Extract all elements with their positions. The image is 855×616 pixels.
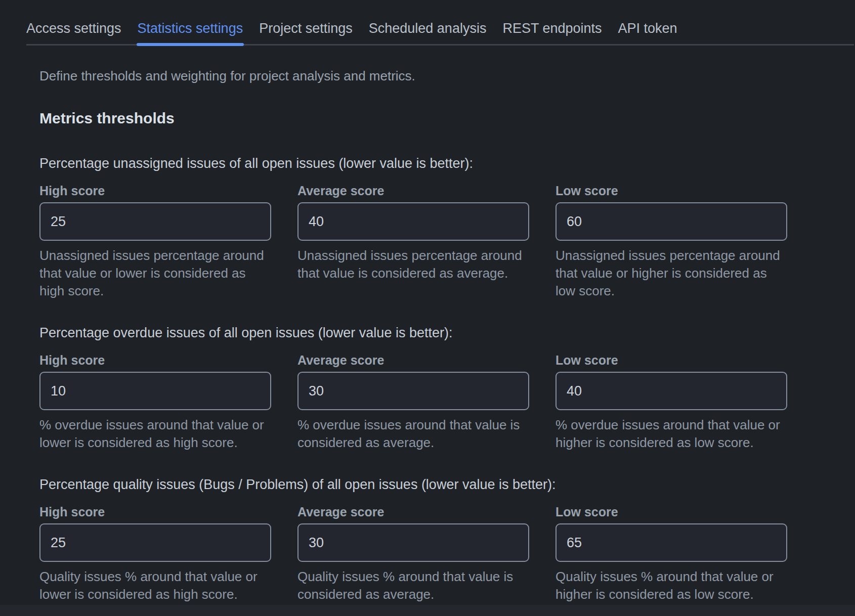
field-help-text: Quality issues % around that value is co…: [297, 568, 529, 603]
tab-access-settings[interactable]: Access settings: [26, 21, 121, 44]
field-label: Low score: [555, 505, 787, 519]
section-quality-issues: Percentage quality issues (Bugs / Proble…: [39, 476, 787, 603]
unassigned-average-score-input[interactable]: [297, 202, 529, 241]
tab-project-settings[interactable]: Project settings: [259, 21, 353, 44]
field-help-text: Unassigned issues percentage around that…: [297, 247, 529, 282]
field-label: Low score: [555, 354, 787, 367]
settings-tabbar: Access settings Statistics settings Proj…: [26, 0, 854, 46]
field-high-score: High score Unassigned issues percentage …: [39, 184, 271, 300]
threshold-grid: High score Unassigned issues percentage …: [39, 184, 787, 300]
tab-scheduled-analysis[interactable]: Scheduled analysis: [369, 21, 487, 44]
bottom-edge-band: [0, 605, 855, 616]
quality-high-score-input[interactable]: [39, 523, 271, 562]
tab-api-token[interactable]: API token: [618, 21, 677, 44]
field-help-text: % overdue issues around that value is co…: [297, 416, 529, 452]
field-low-score: Low score Unassigned issues percentage a…: [555, 184, 787, 300]
tab-statistics-settings[interactable]: Statistics settings: [138, 21, 243, 44]
overdue-average-score-input[interactable]: [297, 372, 529, 410]
tab-rest-endpoints[interactable]: REST endpoints: [502, 21, 602, 44]
field-help-text: Quality issues % around that value or lo…: [39, 568, 271, 603]
field-label: Average score: [297, 505, 529, 519]
field-help-text: % overdue issues around that value or lo…: [39, 416, 271, 452]
field-average-score: Average score Unassigned issues percenta…: [297, 184, 529, 300]
quality-average-score-input[interactable]: [297, 523, 529, 562]
field-label: Average score: [297, 354, 529, 367]
overdue-low-score-input[interactable]: [555, 372, 787, 410]
field-low-score: Low score Quality issues % around that v…: [555, 505, 787, 603]
unassigned-high-score-input[interactable]: [39, 202, 271, 241]
unassigned-low-score-input[interactable]: [555, 202, 787, 241]
metrics-thresholds-heading: Metrics thresholds: [39, 109, 787, 127]
section-overdue-issues: Percentage overdue issues of all open is…: [39, 324, 787, 452]
threshold-grid: High score Quality issues % around that …: [39, 505, 787, 603]
field-help-text: Quality issues % around that value or hi…: [555, 568, 787, 603]
field-label: Average score: [297, 184, 529, 198]
field-low-score: Low score % overdue issues around that v…: [555, 354, 787, 452]
settings-content: Define thresholds and weighting for proj…: [39, 68, 787, 603]
field-average-score: Average score Quality issues % around th…: [297, 505, 529, 603]
section-title: Percentage quality issues (Bugs / Proble…: [39, 476, 787, 493]
section-title: Percentage unassigned issues of all open…: [39, 155, 787, 172]
field-label: Low score: [555, 184, 787, 198]
overdue-high-score-input[interactable]: [39, 372, 271, 410]
field-help-text: Unassigned issues percentage around that…: [555, 247, 787, 300]
field-high-score: High score % overdue issues around that …: [39, 354, 271, 452]
field-label: High score: [39, 354, 271, 367]
field-average-score: Average score % overdue issues around th…: [297, 354, 529, 452]
field-help-text: % overdue issues around that value or hi…: [555, 416, 787, 452]
section-unassigned-issues: Percentage unassigned issues of all open…: [39, 155, 787, 300]
threshold-grid: High score % overdue issues around that …: [39, 354, 787, 452]
section-title: Percentage overdue issues of all open is…: [39, 324, 787, 341]
field-help-text: Unassigned issues percentage around that…: [39, 247, 271, 300]
statistics-settings-page: Access settings Statistics settings Proj…: [0, 0, 855, 616]
quality-low-score-input[interactable]: [555, 523, 787, 562]
field-label: High score: [39, 184, 271, 198]
page-description: Define thresholds and weighting for proj…: [39, 68, 787, 84]
field-high-score: High score Quality issues % around that …: [39, 505, 271, 603]
field-label: High score: [39, 505, 271, 519]
